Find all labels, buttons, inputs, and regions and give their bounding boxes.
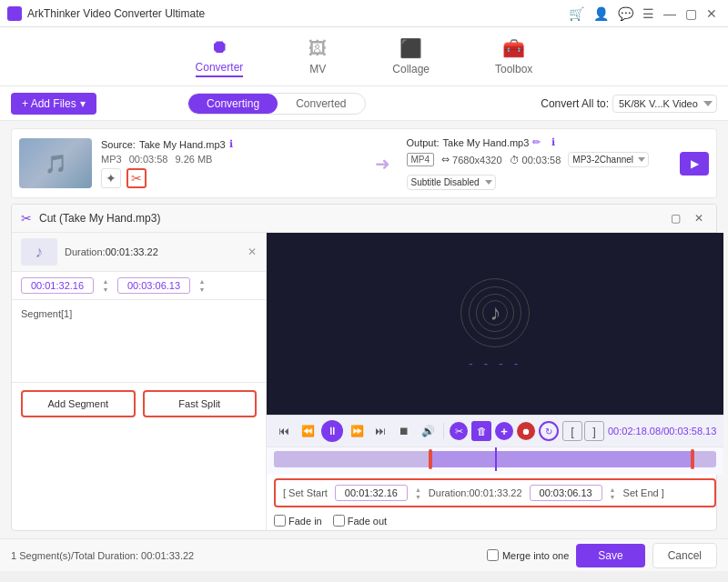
main-area: 🎵 Source: Take My Hand.mp3 ℹ MP3 00:03:5… [0, 121, 728, 538]
segment-item: Segment[1] [21, 306, 257, 322]
output-info-icon[interactable]: ℹ [551, 136, 555, 148]
cancel-button[interactable]: Cancel [652, 543, 717, 568]
cart-icon[interactable]: 🛒 [569, 6, 584, 21]
bracket-right-btn[interactable]: ] [584, 421, 604, 441]
bracket-btns: [ ] [562, 421, 604, 441]
subtitle-select[interactable]: Subtitle Disabled [407, 175, 496, 190]
minimize-btn[interactable]: — [663, 6, 676, 21]
bracket-left-btn[interactable]: [ [562, 421, 582, 441]
maximize-btn[interactable]: ▢ [685, 6, 697, 21]
fade-out-checkbox[interactable] [333, 515, 345, 527]
export-btn[interactable]: ▶ [680, 152, 709, 176]
duration-bar: ♪ Duration:00:01:33.22 ✕ [12, 233, 266, 272]
end-time-down[interactable]: ▼ [196, 286, 208, 294]
nav-item-mv[interactable]: 🖼 MV [294, 31, 341, 83]
start-time-input[interactable] [21, 277, 94, 294]
set-end-up[interactable]: ▲ [610, 487, 616, 493]
stop-btn[interactable]: ⏹ [394, 421, 414, 441]
set-end-label: Set End ] [623, 487, 664, 498]
set-row: [ Set Start ▲ ▼ Duration:00:01:33.22 ▲ ▼… [274, 478, 716, 507]
fade-in-checkbox[interactable] [274, 515, 286, 527]
audio-channel-select[interactable]: MP3-2Channel [568, 152, 649, 167]
timeline-handle-left[interactable] [429, 449, 432, 469]
chat-icon[interactable]: 💬 [618, 6, 633, 21]
restore-btn[interactable]: ▢ [667, 210, 683, 226]
start-time-down[interactable]: ▼ [99, 286, 112, 294]
nav-item-converter[interactable]: ⏺ Converter [181, 29, 258, 85]
delete-segment-btn[interactable]: 🗑 [471, 421, 491, 441]
record-btn[interactable]: ⏺ [517, 422, 535, 440]
add-point-btn[interactable]: + [495, 422, 513, 440]
timeline-handle-right[interactable] [691, 449, 694, 469]
concentric-circles: ♪ [459, 276, 531, 349]
nav-label-converter: Converter [196, 61, 244, 77]
cut-body: ♪ Duration:00:01:33.22 ✕ ▲ ▼ ▲ ▼ [12, 233, 716, 530]
volume-btn[interactable]: 🔊 [418, 421, 438, 441]
set-start-up[interactable]: ▲ [415, 487, 421, 493]
timeline-playhead[interactable] [495, 447, 497, 471]
info-icon[interactable]: ℹ [229, 138, 233, 150]
audio-thumb: ♪ [21, 238, 57, 266]
close-x-btn[interactable]: ✕ [248, 246, 257, 258]
fast-split-button[interactable]: Fast Split [143, 390, 258, 417]
nav-item-toolbox[interactable]: 🧰 Toolbox [480, 30, 547, 83]
arrow-right: ➜ [375, 153, 390, 175]
end-time-input[interactable] [117, 277, 190, 294]
end-time-up[interactable]: ▲ [196, 278, 208, 286]
output-resolution: 7680x4320 [452, 155, 501, 166]
close-btn[interactable]: ✕ [706, 6, 717, 21]
right-panel: ♪ - - - - ⏮ ⏪ ⏸ ⏩ ⏭ ⏹ 🔊 ✂ 🗑 [267, 233, 723, 530]
next-frame-btn[interactable]: ⏩ [347, 421, 367, 441]
cut-scissors-icon: ✂ [21, 211, 32, 226]
fade-out-check[interactable]: Fade out [333, 515, 387, 527]
play-pause-btn[interactable]: ⏸ [321, 420, 343, 442]
tab-group: Converting Converted [187, 93, 365, 115]
merge-check[interactable]: Merge into one [487, 549, 569, 561]
nav-item-collage[interactable]: ⬛ Collage [378, 30, 444, 83]
set-end-spinners: ▲ ▼ [610, 487, 616, 500]
set-start-label: [ Set Start [283, 487, 328, 498]
cut-header: ✂ Cut (Take My Hand.mp3) ▢ ✕ [12, 205, 716, 233]
skip-to-end-btn[interactable]: ⏭ [370, 421, 390, 441]
menu-icon[interactable]: ☰ [642, 6, 654, 21]
loop-btn[interactable]: ↻ [539, 421, 559, 441]
cut-dialog: ✂ Cut (Take My Hand.mp3) ▢ ✕ ♪ Duration:… [11, 204, 717, 531]
merge-label: Merge into one [502, 550, 569, 561]
start-time-up[interactable]: ▲ [99, 278, 112, 286]
set-end-time-input[interactable] [530, 485, 602, 501]
cut-title: Cut (Take My Hand.mp3) [39, 212, 660, 225]
set-start-time-input[interactable] [335, 485, 408, 501]
user-icon[interactable]: 👤 [593, 6, 609, 21]
add-segment-button[interactable]: Add Segment [21, 390, 136, 417]
converter-icon: ⏺ [210, 36, 228, 57]
dashes-visual: - - - - [469, 356, 521, 371]
save-button[interactable]: Save [576, 544, 644, 567]
cut-tool-btn[interactable]: ✂ [450, 422, 468, 440]
set-start-down[interactable]: ▼ [415, 494, 421, 500]
left-panel-spacer [12, 327, 266, 382]
tab-converted[interactable]: Converted [278, 94, 364, 114]
sparkle-button[interactable]: ✦ [101, 168, 121, 188]
edit-icon[interactable]: ✏ [532, 136, 541, 148]
timeline-track[interactable] [274, 451, 716, 467]
file-duration: 00:03:58 [129, 154, 168, 165]
add-seg-fast-row: Add Segment Fast Split [12, 382, 266, 425]
output-label: Output: [407, 137, 440, 148]
close-dialog-btn[interactable]: ✕ [691, 210, 707, 226]
thumbnail: 🎵 [19, 138, 92, 188]
prev-frame-btn[interactable]: ⏪ [298, 421, 318, 441]
title-bar: ArkThinker Video Converter Ultimate 🛒 👤 … [0, 0, 728, 27]
source-name: Take My Hand.mp3 [139, 139, 226, 150]
convert-select[interactable]: 5K/8K V...K Video [612, 95, 717, 113]
set-start-spinners: ▲ ▼ [415, 487, 421, 500]
add-files-chevron: ▾ [80, 97, 86, 110]
fade-in-check[interactable]: Fade in [274, 515, 322, 527]
start-time-spinners: ▲ ▼ [99, 278, 112, 294]
skip-to-start-btn[interactable]: ⏮ [274, 421, 294, 441]
output-duration: 00:03:58 [522, 155, 561, 166]
merge-checkbox[interactable] [487, 549, 499, 561]
add-files-button[interactable]: + Add Files ▾ [11, 93, 96, 115]
tab-converting[interactable]: Converting [188, 94, 278, 114]
scissors-button[interactable]: ✂ [126, 168, 147, 188]
set-end-down[interactable]: ▼ [610, 494, 616, 500]
